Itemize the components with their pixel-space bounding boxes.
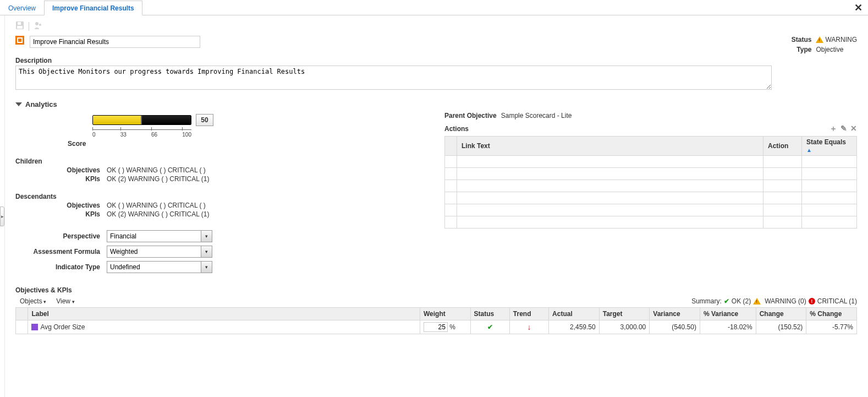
tab-overview[interactable]: Overview <box>0 1 44 15</box>
expand-rail-handle[interactable]: ▸ <box>0 206 4 226</box>
actions-col-handle <box>445 137 457 156</box>
perspective-label: Perspective <box>15 232 107 240</box>
score-gauge: 50 <box>92 114 422 126</box>
col-actual[interactable]: Actual <box>549 308 600 320</box>
indicator-type-label: Indicator Type <box>15 263 107 271</box>
indicator-type-select[interactable] <box>107 261 201 273</box>
ok-icon: ✔ <box>487 323 493 331</box>
children-header: Children <box>15 157 422 165</box>
perspective-select[interactable] <box>107 230 201 242</box>
col-weight[interactable]: Weight <box>420 308 470 320</box>
col-label[interactable]: Label <box>28 308 420 320</box>
descendants-objectives-value: OK ( ) WARNING ( ) CRITICAL ( ) <box>107 202 206 209</box>
table-row[interactable] <box>445 216 857 229</box>
score-value: 50 <box>196 114 213 126</box>
actions-col-link[interactable]: Link Text <box>457 137 763 156</box>
view-menu[interactable]: View <box>56 297 74 305</box>
col-target[interactable]: Target <box>599 308 650 320</box>
objectives-kpis-header: Objectives & KPIs <box>15 286 857 294</box>
indicator-type-dropdown-button[interactable] <box>201 261 212 273</box>
type-value: Objective <box>816 46 857 53</box>
col-change[interactable]: Change <box>756 308 806 320</box>
close-icon[interactable]: ✕ <box>849 1 868 15</box>
save-icon[interactable] <box>15 21 24 31</box>
tab-improve-financial-results[interactable]: Improve Financial Results <box>44 1 142 15</box>
status-value: WARNING <box>816 36 857 43</box>
actions-label: Actions <box>444 125 469 133</box>
type-label: Type <box>792 46 812 53</box>
descendants-header: Descendants <box>15 193 422 200</box>
objectives-kpis-table: Label Weight Status Trend Actual Target … <box>15 307 857 334</box>
objective-icon <box>15 36 24 45</box>
status-label: Status <box>792 36 812 43</box>
tab-bar: Overview Improve Financial Results ✕ <box>0 0 868 15</box>
add-action-icon[interactable]: ＋ <box>829 124 837 134</box>
objective-title-input[interactable] <box>30 36 200 48</box>
parent-objective-value: Sample Scorecard - Lite <box>501 112 572 119</box>
children-kpis-value: OK (2) WARNING ( ) CRITICAL (1) <box>107 175 209 183</box>
change-value: (150.52) <box>756 320 806 334</box>
assessment-formula-dropdown-button[interactable] <box>201 246 212 258</box>
target-value: 3,000.00 <box>599 320 650 334</box>
descendants-objectives-label: Objectives <box>15 202 107 209</box>
table-row[interactable] <box>445 192 857 204</box>
kpi-icon <box>31 324 38 330</box>
table-row[interactable] <box>445 204 857 216</box>
sort-asc-icon: ▲ <box>806 147 812 153</box>
table-row[interactable] <box>445 180 857 192</box>
svg-rect-2 <box>18 22 21 25</box>
actions-table: Link Text Action State Equals ▲ <box>444 136 857 229</box>
table-row[interactable]: Avg Order Size % ✔ ↓ 2,459.50 3,000.00 (… <box>16 320 857 334</box>
assessment-formula-select[interactable] <box>107 246 201 258</box>
actions-col-state[interactable]: State Equals ▲ <box>802 137 857 156</box>
descendants-kpis-label: KPIs <box>15 210 107 218</box>
assessment-formula-label: Assessment Formula <box>15 248 107 255</box>
kpi-label[interactable]: Avg Order Size <box>28 320 420 334</box>
left-rail: ▸ <box>0 15 5 334</box>
objects-menu[interactable]: Objects <box>20 297 46 305</box>
svg-point-3 <box>35 22 39 25</box>
perspective-dropdown-button[interactable] <box>201 230 212 242</box>
actual-value: 2,459.50 <box>549 320 600 334</box>
analytics-header[interactable]: Analytics <box>15 100 857 108</box>
table-row[interactable] <box>445 156 857 168</box>
weight-input[interactable] <box>424 322 448 332</box>
svg-rect-1 <box>17 26 23 29</box>
col-variance[interactable]: Variance <box>650 308 700 320</box>
score-label: Score <box>68 140 422 148</box>
col-status[interactable]: Status <box>470 308 509 320</box>
col-pvariance[interactable]: % Variance <box>700 308 756 320</box>
description-input[interactable]: This Objective Monitors our progress tow… <box>15 66 772 90</box>
parent-objective-label: Parent Objective <box>444 112 497 119</box>
critical-icon: ! <box>809 298 815 304</box>
trend-down-icon: ↓ <box>527 323 531 331</box>
warning-icon <box>753 298 761 304</box>
mini-toolbar <box>15 19 857 36</box>
edit-action-icon[interactable]: ✎ <box>840 124 847 134</box>
summary-bar: Summary: ✔OK (2) WARNING (0) !CRITICAL (… <box>691 297 857 305</box>
warning-icon <box>816 36 823 43</box>
children-objectives-value: OK ( ) WARNING ( ) CRITICAL ( ) <box>107 166 206 174</box>
actions-col-action[interactable]: Action <box>763 137 802 156</box>
delete-action-icon[interactable]: ✕ <box>850 124 857 134</box>
contact-owner-icon[interactable] <box>34 21 42 31</box>
descendants-kpis-value: OK (2) WARNING ( ) CRITICAL (1) <box>107 210 209 218</box>
variance-value: (540.50) <box>650 320 700 334</box>
collapse-icon <box>15 102 22 106</box>
description-label: Description <box>15 57 857 64</box>
gauge-ticks: 03366100 <box>92 132 191 138</box>
children-kpis-label: KPIs <box>15 175 107 183</box>
ok-icon: ✔ <box>724 297 729 305</box>
svg-point-4 <box>39 24 41 26</box>
pchange-value: -5.77% <box>806 320 857 334</box>
col-trend[interactable]: Trend <box>509 308 548 320</box>
pvariance-value: -18.02% <box>700 320 756 334</box>
children-objectives-label: Objectives <box>15 166 107 174</box>
table-row[interactable] <box>445 168 857 180</box>
col-pchange[interactable]: % Change <box>806 308 857 320</box>
